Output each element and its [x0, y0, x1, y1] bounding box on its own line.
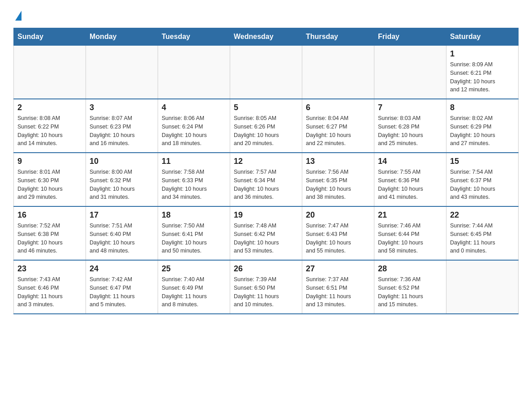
day-info: Sunrise: 7:56 AM Sunset: 6:35 PM Dayligh…: [306, 168, 370, 201]
day-number: 22: [450, 210, 515, 220]
day-info: Sunrise: 7:37 AM Sunset: 6:51 PM Dayligh…: [306, 275, 370, 309]
calendar-cell-week3-day1: 9Sunrise: 8:01 AM Sunset: 6:30 PM Daylig…: [14, 153, 86, 206]
calendar-cell-week2-day6: 7Sunrise: 8:03 AM Sunset: 6:28 PM Daylig…: [374, 99, 446, 153]
day-number: 24: [90, 264, 154, 274]
day-info: Sunrise: 7:36 AM Sunset: 6:52 PM Dayligh…: [378, 275, 442, 309]
calendar-cell-week1-day4: [230, 46, 302, 99]
calendar-week-3: 9Sunrise: 8:01 AM Sunset: 6:30 PM Daylig…: [14, 153, 519, 206]
calendar-cell-week5-day4: 26Sunrise: 7:39 AM Sunset: 6:50 PM Dayli…: [230, 260, 302, 314]
day-number: 13: [306, 157, 370, 166]
day-info: Sunrise: 7:51 AM Sunset: 6:40 PM Dayligh…: [90, 222, 154, 255]
weekday-header-monday: Monday: [86, 28, 158, 46]
day-info: Sunrise: 7:44 AM Sunset: 6:45 PM Dayligh…: [450, 222, 515, 255]
weekday-header-row: SundayMondayTuesdayWednesdayThursdayFrid…: [14, 28, 519, 46]
day-number: 16: [17, 210, 82, 220]
calendar-week-4: 16Sunrise: 7:52 AM Sunset: 6:38 PM Dayli…: [14, 206, 519, 260]
day-info: Sunrise: 8:02 AM Sunset: 6:29 PM Dayligh…: [450, 114, 515, 148]
calendar-cell-week1-day6: [374, 46, 446, 99]
calendar-cell-week5-day7: [446, 260, 519, 314]
weekday-header-tuesday: Tuesday: [158, 28, 230, 46]
day-number: 26: [234, 264, 298, 274]
day-info: Sunrise: 8:06 AM Sunset: 6:24 PM Dayligh…: [162, 114, 226, 148]
calendar-cell-week4-day6: 21Sunrise: 7:46 AM Sunset: 6:44 PM Dayli…: [374, 206, 446, 260]
logo-triangle-icon: [15, 11, 21, 21]
calendar-cell-week2-day7: 8Sunrise: 8:02 AM Sunset: 6:29 PM Daylig…: [446, 99, 519, 153]
calendar-cell-week3-day3: 11Sunrise: 7:58 AM Sunset: 6:33 PM Dayli…: [158, 153, 230, 206]
day-info: Sunrise: 8:00 AM Sunset: 6:32 PM Dayligh…: [90, 168, 154, 201]
calendar-cell-week4-day2: 17Sunrise: 7:51 AM Sunset: 6:40 PM Dayli…: [86, 206, 158, 260]
day-info: Sunrise: 7:43 AM Sunset: 6:46 PM Dayligh…: [17, 275, 82, 309]
day-info: Sunrise: 7:58 AM Sunset: 6:33 PM Dayligh…: [162, 168, 226, 201]
day-number: 2: [17, 103, 82, 112]
calendar-cell-week3-day6: 14Sunrise: 7:55 AM Sunset: 6:36 PM Dayli…: [374, 153, 446, 206]
day-number: 10: [90, 157, 154, 166]
day-info: Sunrise: 8:08 AM Sunset: 6:22 PM Dayligh…: [17, 114, 82, 148]
logo: [13, 9, 21, 19]
day-number: 17: [90, 210, 154, 220]
day-number: 21: [378, 210, 442, 220]
calendar-cell-week2-day5: 6Sunrise: 8:04 AM Sunset: 6:27 PM Daylig…: [302, 99, 374, 153]
day-info: Sunrise: 8:04 AM Sunset: 6:27 PM Dayligh…: [306, 114, 370, 148]
day-number: 14: [378, 157, 442, 166]
calendar-cell-week3-day2: 10Sunrise: 8:00 AM Sunset: 6:32 PM Dayli…: [86, 153, 158, 206]
day-info: Sunrise: 8:05 AM Sunset: 6:26 PM Dayligh…: [234, 114, 298, 148]
day-info: Sunrise: 7:55 AM Sunset: 6:36 PM Dayligh…: [378, 168, 442, 201]
calendar-cell-week5-day6: 28Sunrise: 7:36 AM Sunset: 6:52 PM Dayli…: [374, 260, 446, 314]
day-info: Sunrise: 7:50 AM Sunset: 6:41 PM Dayligh…: [162, 222, 226, 255]
day-number: 4: [162, 103, 226, 112]
calendar-header: SundayMondayTuesdayWednesdayThursdayFrid…: [14, 28, 519, 46]
day-number: 15: [450, 157, 515, 166]
calendar-cell-week2-day2: 3Sunrise: 8:07 AM Sunset: 6:23 PM Daylig…: [86, 99, 158, 153]
day-info: Sunrise: 8:07 AM Sunset: 6:23 PM Dayligh…: [90, 114, 154, 148]
calendar-cell-week4-day3: 18Sunrise: 7:50 AM Sunset: 6:41 PM Dayli…: [158, 206, 230, 260]
day-number: 5: [234, 103, 298, 112]
day-info: Sunrise: 7:57 AM Sunset: 6:34 PM Dayligh…: [234, 168, 298, 201]
day-info: Sunrise: 7:47 AM Sunset: 6:43 PM Dayligh…: [306, 222, 370, 255]
calendar-cell-week4-day7: 22Sunrise: 7:44 AM Sunset: 6:45 PM Dayli…: [446, 206, 519, 260]
calendar-cell-week1-day2: [86, 46, 158, 99]
day-number: 9: [17, 157, 82, 166]
weekday-header-wednesday: Wednesday: [230, 28, 302, 46]
calendar-cell-week1-day5: [302, 46, 374, 99]
day-info: Sunrise: 8:03 AM Sunset: 6:28 PM Dayligh…: [378, 114, 442, 148]
day-number: 1: [450, 49, 515, 59]
day-number: 12: [234, 157, 298, 166]
calendar-cell-week4-day5: 20Sunrise: 7:47 AM Sunset: 6:43 PM Dayli…: [302, 206, 374, 260]
day-number: 7: [378, 103, 442, 112]
calendar-cell-week2-day4: 5Sunrise: 8:05 AM Sunset: 6:26 PM Daylig…: [230, 99, 302, 153]
day-number: 18: [162, 210, 226, 220]
calendar-cell-week2-day3: 4Sunrise: 8:06 AM Sunset: 6:24 PM Daylig…: [158, 99, 230, 153]
day-number: 19: [234, 210, 298, 220]
day-info: Sunrise: 7:39 AM Sunset: 6:50 PM Dayligh…: [234, 275, 298, 309]
calendar-cell-week3-day7: 15Sunrise: 7:54 AM Sunset: 6:37 PM Dayli…: [446, 153, 519, 206]
calendar-body: 1Sunrise: 8:09 AM Sunset: 6:21 PM Daylig…: [14, 46, 519, 314]
calendar-cell-week5-day5: 27Sunrise: 7:37 AM Sunset: 6:51 PM Dayli…: [302, 260, 374, 314]
calendar-table: SundayMondayTuesdayWednesdayThursdayFrid…: [13, 28, 519, 314]
weekday-header-friday: Friday: [374, 28, 446, 46]
day-info: Sunrise: 7:54 AM Sunset: 6:37 PM Dayligh…: [450, 168, 515, 201]
day-number: 28: [378, 264, 442, 274]
calendar-cell-week3-day5: 13Sunrise: 7:56 AM Sunset: 6:35 PM Dayli…: [302, 153, 374, 206]
day-info: Sunrise: 7:42 AM Sunset: 6:47 PM Dayligh…: [90, 275, 154, 309]
calendar-cell-week5-day1: 23Sunrise: 7:43 AM Sunset: 6:46 PM Dayli…: [14, 260, 86, 314]
calendar-cell-week1-day1: [14, 46, 86, 99]
day-number: 11: [162, 157, 226, 166]
weekday-header-thursday: Thursday: [302, 28, 374, 46]
weekday-header-sunday: Sunday: [14, 28, 86, 46]
day-info: Sunrise: 8:01 AM Sunset: 6:30 PM Dayligh…: [17, 168, 82, 201]
calendar-cell-week5-day2: 24Sunrise: 7:42 AM Sunset: 6:47 PM Dayli…: [86, 260, 158, 314]
day-number: 25: [162, 264, 226, 274]
calendar-cell-week1-day3: [158, 46, 230, 99]
day-number: 3: [90, 103, 154, 112]
day-info: Sunrise: 7:52 AM Sunset: 6:38 PM Dayligh…: [17, 222, 82, 255]
calendar-week-1: 1Sunrise: 8:09 AM Sunset: 6:21 PM Daylig…: [14, 46, 519, 99]
day-info: Sunrise: 7:40 AM Sunset: 6:49 PM Dayligh…: [162, 275, 226, 309]
calendar-cell-week2-day1: 2Sunrise: 8:08 AM Sunset: 6:22 PM Daylig…: [14, 99, 86, 153]
calendar-cell-week4-day1: 16Sunrise: 7:52 AM Sunset: 6:38 PM Dayli…: [14, 206, 86, 260]
calendar-cell-week5-day3: 25Sunrise: 7:40 AM Sunset: 6:49 PM Dayli…: [158, 260, 230, 314]
weekday-header-saturday: Saturday: [446, 28, 519, 46]
day-info: Sunrise: 7:46 AM Sunset: 6:44 PM Dayligh…: [378, 222, 442, 255]
calendar-cell-week1-day7: 1Sunrise: 8:09 AM Sunset: 6:21 PM Daylig…: [446, 46, 519, 99]
page-header: [13, 9, 519, 19]
calendar-week-5: 23Sunrise: 7:43 AM Sunset: 6:46 PM Dayli…: [14, 260, 519, 314]
